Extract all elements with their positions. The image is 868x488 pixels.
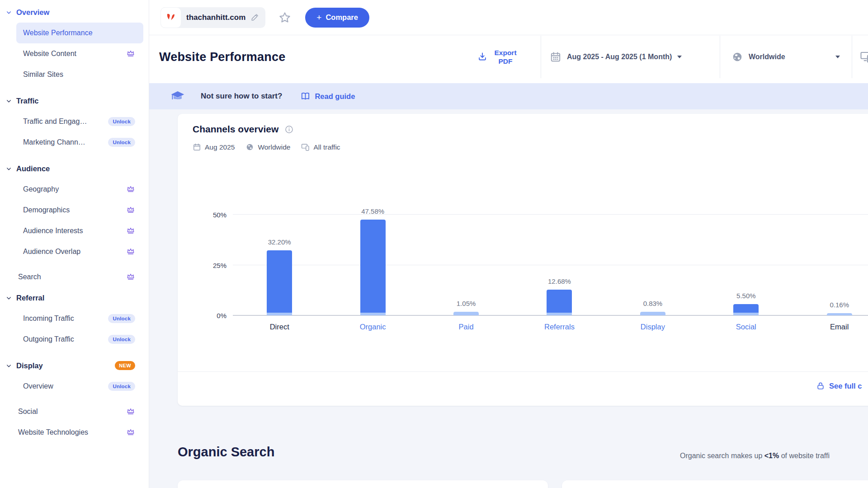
sidebar-item-incoming-traffic[interactable]: Incoming TrafficUnlock bbox=[0, 308, 149, 329]
bar-segment-light bbox=[453, 312, 479, 315]
sidebar-item-search[interactable]: Search bbox=[0, 267, 149, 287]
sidebar-section-referral[interactable]: Referral bbox=[0, 287, 149, 308]
x-axis-label-referrals[interactable]: Referrals bbox=[513, 323, 606, 331]
bar-column-organic[interactable]: 47.58%Organic bbox=[326, 204, 419, 315]
edit-icon[interactable] bbox=[250, 13, 259, 22]
sidebar-item-traffic-and-engag[interactable]: Traffic and Engag…Unlock bbox=[0, 111, 149, 132]
chevron-down-icon bbox=[6, 98, 12, 104]
chevron-down-icon bbox=[6, 363, 12, 369]
date-range-picker[interactable]: Aug 2025 - Aug 2025 (1 Month) bbox=[550, 51, 682, 63]
export-pdf-button[interactable]: Export PDF bbox=[477, 48, 519, 66]
sidebar-label: Audience Overlap bbox=[23, 248, 80, 256]
crown-icon bbox=[126, 226, 135, 235]
chevron-down-icon bbox=[6, 166, 12, 172]
bar-segment bbox=[360, 220, 386, 313]
new-badge: NEW bbox=[115, 361, 135, 370]
info-icon[interactable] bbox=[284, 125, 294, 134]
unlock-badge[interactable]: Unlock bbox=[108, 335, 135, 344]
bar-display[interactable] bbox=[640, 312, 665, 315]
bar-paid[interactable] bbox=[453, 312, 479, 315]
bar-social[interactable] bbox=[733, 304, 759, 315]
sidebar-label: Similar Sites bbox=[23, 70, 63, 79]
bar-value-label: 1.05% bbox=[420, 300, 513, 307]
sidebar-item-overview[interactable]: OverviewUnlock bbox=[0, 376, 149, 397]
export-pdf-label: Export PDF bbox=[491, 48, 519, 66]
chevron-down-icon bbox=[6, 295, 12, 301]
devices-filter-icon[interactable] bbox=[860, 50, 868, 64]
bar-segment-light bbox=[827, 313, 852, 315]
bar-value-label: 12.68% bbox=[513, 277, 606, 285]
sidebar-nav: OverviewWebsite PerformanceWebsite Conte… bbox=[0, 0, 149, 488]
bar-email[interactable] bbox=[827, 313, 852, 315]
lock-icon bbox=[816, 381, 825, 390]
globe-icon bbox=[731, 51, 743, 63]
bar-direct[interactable] bbox=[267, 250, 292, 315]
sidebar-label: Geography bbox=[23, 185, 59, 193]
bar-column-direct[interactable]: 32.20%Direct bbox=[233, 204, 326, 315]
onboarding-banner: Not sure how to start? Read guide bbox=[149, 83, 868, 109]
sidebar-item-marketing-chann[interactable]: Marketing Chann…Unlock bbox=[0, 132, 149, 153]
bar-value-label: 0.83% bbox=[606, 300, 699, 307]
compare-button[interactable]: + Compare bbox=[305, 8, 369, 28]
meta-region: Worldwide bbox=[245, 143, 290, 151]
bar-column-paid[interactable]: 1.05%Paid bbox=[420, 204, 513, 315]
sidebar-label: Overview bbox=[16, 8, 49, 17]
sidebar-item-social[interactable]: Social bbox=[0, 401, 149, 422]
organic-card-right bbox=[562, 480, 868, 488]
sidebar-section-display[interactable]: DisplayNEW bbox=[0, 355, 149, 376]
favorite-star-icon[interactable] bbox=[278, 11, 292, 24]
read-guide-link[interactable]: Read guide bbox=[300, 91, 355, 102]
topbar: thachanhitt.com + Compare bbox=[149, 0, 868, 35]
globe-icon bbox=[245, 143, 254, 151]
read-guide-label: Read guide bbox=[315, 92, 355, 101]
bar-organic[interactable] bbox=[360, 220, 386, 315]
sidebar-item-similar-sites[interactable]: Similar Sites bbox=[0, 64, 149, 85]
x-axis-label-organic[interactable]: Organic bbox=[326, 323, 419, 331]
sidebar-item-website-technologies[interactable]: Website Technologies bbox=[0, 422, 149, 443]
sidebar-item-audience-interests[interactable]: Audience Interests bbox=[0, 221, 149, 241]
chevron-down-icon bbox=[6, 9, 12, 15]
page-title: Website Performance bbox=[159, 50, 285, 64]
sidebar-label: Website Performance bbox=[23, 29, 93, 37]
sidebar-label: Audience bbox=[16, 164, 50, 173]
x-axis-label-email: Email bbox=[793, 323, 868, 331]
sidebar-section-overview[interactable]: Overview bbox=[0, 2, 149, 23]
bar-value-label: 0.16% bbox=[793, 301, 868, 309]
bar-column-email[interactable]: 0.16%Email bbox=[793, 204, 868, 315]
site-favicon bbox=[160, 7, 181, 28]
sidebar-item-demographics[interactable]: Demographics bbox=[0, 200, 149, 221]
bar-column-display[interactable]: 0.83%Display bbox=[606, 204, 699, 315]
unlock-badge[interactable]: Unlock bbox=[108, 314, 135, 323]
sidebar-label: Traffic and Engag… bbox=[23, 117, 87, 126]
sidebar-label: Outgoing Traffic bbox=[23, 335, 74, 343]
sidebar-item-audience-overlap[interactable]: Audience Overlap bbox=[0, 241, 149, 262]
sidebar-section-audience[interactable]: Audience bbox=[0, 158, 149, 179]
channels-overview-card: Channels overview Aug 2025 bbox=[178, 114, 868, 406]
sidebar-label: Traffic bbox=[16, 97, 39, 105]
unlock-badge[interactable]: Unlock bbox=[108, 138, 135, 147]
crown-icon bbox=[126, 428, 135, 437]
similarweb-dashboard: OverviewWebsite PerformanceWebsite Conte… bbox=[0, 0, 868, 488]
unlock-badge[interactable]: Unlock bbox=[108, 117, 135, 126]
unlock-badge[interactable]: Unlock bbox=[108, 382, 135, 391]
x-axis-label-paid[interactable]: Paid bbox=[420, 323, 513, 331]
bar-segment-light bbox=[733, 313, 759, 315]
sidebar-item-website-performance[interactable]: Website Performance bbox=[0, 23, 149, 43]
x-axis-label-social[interactable]: Social bbox=[699, 323, 793, 331]
sidebar-section-traffic[interactable]: Traffic bbox=[0, 90, 149, 111]
bar-value-label: 32.20% bbox=[233, 238, 326, 246]
bar-column-referrals[interactable]: 12.68%Referrals bbox=[513, 204, 606, 315]
sidebar-item-outgoing-traffic[interactable]: Outgoing TrafficUnlock bbox=[0, 329, 149, 350]
sidebar-item-geography[interactable]: Geography bbox=[0, 179, 149, 200]
bar-value-label: 5.50% bbox=[699, 292, 793, 300]
sidebar-item-website-content[interactable]: Website Content bbox=[0, 43, 149, 64]
bar-referrals[interactable] bbox=[547, 290, 572, 315]
region-selector[interactable]: Worldwide bbox=[731, 51, 840, 63]
x-axis-label-display[interactable]: Display bbox=[606, 323, 699, 331]
sidebar-label: Incoming Traffic bbox=[23, 314, 74, 323]
crown-icon bbox=[126, 407, 135, 416]
bar-column-social[interactable]: 5.50%Social bbox=[699, 204, 793, 315]
sidebar-label: Overview bbox=[23, 382, 53, 390]
domain-chip[interactable]: thachanhitt.com bbox=[160, 7, 265, 28]
see-full-link[interactable]: See full c bbox=[816, 381, 862, 390]
